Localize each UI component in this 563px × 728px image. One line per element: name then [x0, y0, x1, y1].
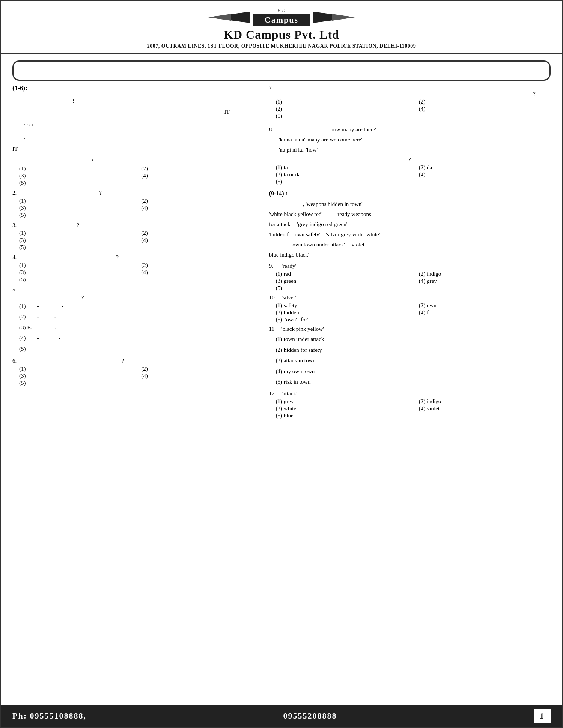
q9-opt5: (5) [276, 285, 551, 291]
q12-opt5: (5) blue [276, 413, 551, 419]
q6-opt5: (5) [19, 380, 252, 386]
q6-text: ? [33, 358, 124, 364]
q1-opt5: (5) [19, 180, 252, 186]
q10-word: 'silver' [282, 294, 296, 300]
q3-opt3: (3) [19, 237, 130, 243]
q2-num: 2. [12, 190, 17, 196]
q7-question-mark: ? [269, 91, 536, 97]
q6-opt2: (2) [141, 366, 252, 372]
q3-opt1: (1) [19, 230, 130, 236]
left-wing-icon [208, 10, 253, 24]
q5-opt1: (1) - - [19, 301, 252, 312]
it-top-label: IT [12, 109, 230, 115]
passage-line-4: 'own town under attack' 'violet [269, 242, 364, 248]
q3-text: ? [33, 222, 79, 228]
q10-opt2: (2) own [419, 302, 551, 309]
q11-opt4: (4) my own town [276, 366, 551, 377]
q6-opt1: (1) [19, 366, 130, 372]
q5-text: ? [24, 294, 252, 301]
passage-line-0: , 'weapons hidden in town' [269, 201, 363, 207]
page: K D Campus KD Campus Pvt. Ltd 2007, OUTR… [0, 0, 563, 728]
question-9: 9. 'ready' (1) red (2) indigo (3) green … [269, 263, 551, 291]
question-6: 6. ? (1) (2) (3) (4) (5) [12, 358, 252, 386]
q4-opt4: (4) [141, 269, 252, 276]
q8-line2: 'ka na ta da' 'many are welcome here' [279, 137, 362, 143]
content-area: (1-6): : IT , , , , , IT 1. [1, 84, 562, 422]
company-name: KD Campus Pvt. Ltd [9, 28, 554, 42]
q5-opt2: (2) - - [19, 311, 252, 322]
q8-opt2: (2) da [419, 164, 551, 171]
q3-opt4: (4) [141, 237, 252, 243]
direction-colon: : [12, 95, 252, 107]
question-5: 5. ? (1) - - (2) - - (3) F- - [12, 287, 252, 354]
kd-script: K D [278, 8, 285, 14]
q12-word: 'attack' [282, 390, 297, 396]
q9-word: 'ready' [282, 263, 296, 269]
q5-opt4: (4) - - [19, 333, 252, 344]
footer-page-number: 1 [534, 709, 551, 723]
q3-opt5: (5) [19, 244, 252, 251]
q7-opt5: (5) [276, 113, 551, 119]
section-914-label: (9-14) : [269, 190, 551, 197]
q3-num: 3. [12, 222, 17, 228]
left-column: (1-6): : IT , , , , , IT 1. [12, 84, 260, 422]
q2-opt1: (1) [19, 198, 130, 204]
q3-options: (1) (2) (3) (4) [19, 230, 252, 243]
q7-options: (1) (2) (2) (4) [276, 99, 551, 112]
q12-opt1: (1) grey [276, 398, 408, 405]
q2-opt3: (3) [19, 205, 130, 211]
q4-text: ? [33, 254, 119, 260]
q4-options: (1) (2) (3) (4) [19, 262, 252, 276]
q8-question: ? [269, 156, 551, 163]
q1-options: (1) (2) (3) (4) [19, 165, 252, 179]
q4-num: 4. [12, 254, 17, 260]
q2-options: (1) (2) (3) (4) [19, 198, 252, 211]
q8-opt3: (3) ta or da [276, 171, 408, 178]
q8-num: 8. [269, 126, 273, 132]
q7-opt3: (2) [276, 106, 408, 112]
q12-num: 12. [269, 390, 276, 396]
q8-opt5: (5) [276, 179, 551, 185]
passage-line-1: 'white black yellow red' 'ready weapons [269, 211, 371, 217]
header: K D Campus KD Campus Pvt. Ltd 2007, OUTR… [1, 1, 562, 54]
q2-opt2: (2) [141, 198, 252, 204]
q8-options: (1) ta (2) da (3) ta or da (4) [276, 164, 551, 178]
question-12: 12. 'attack' (1) grey (2) indigo (3) whi… [269, 390, 551, 419]
q2-text: ? [33, 190, 102, 196]
footer: Ph: 09555108888, 09555208888 1 [1, 705, 562, 727]
passage-914: , 'weapons hidden in town' 'white black … [269, 199, 551, 260]
q6-options: (1) (2) (3) (4) [19, 366, 252, 379]
q11-opt5: (5) risk in town [276, 377, 551, 387]
left-section-label: (1-6): [12, 84, 252, 92]
passage-line1: , , , , [24, 118, 252, 128]
passage-line-5: blue indigo black' [269, 252, 309, 258]
q12-opt4: (4) violet [419, 405, 551, 412]
q1-opt4: (4) [141, 173, 252, 179]
question-7: 7. ? (1) (2) (2) (4) (5) [269, 84, 551, 119]
question-11: 11. 'black pink yellow' (1) town under a… [269, 326, 551, 387]
q8-line3: 'na pi ni ka' 'how' [279, 147, 318, 153]
question-3: 3. ? (1) (2) (3) (4) (5) [12, 222, 252, 251]
q11-opt2: (2) hidden for safety [276, 345, 551, 356]
question-4: 4. ? (1) (2) (3) (4) (5) [12, 254, 252, 283]
q1-opt3: (3) [19, 173, 130, 179]
question-1: 1. ? (1) (2) (3) (4) (5) [12, 158, 252, 186]
logo-banner: K D Campus [208, 8, 355, 26]
footer-phone1: Ph: 09555108888, [12, 711, 86, 721]
q1-text: ? [33, 158, 93, 164]
question-8: 8. 'how many are there' 'ka na ta da' 'm… [269, 125, 551, 185]
svg-marker-3 [332, 14, 355, 21]
question-10: 10. 'silver' (1) safety (2) own (3) hidd… [269, 294, 551, 323]
q6-opt3: (3) [19, 373, 130, 379]
q9-opt3: (3) green [276, 278, 408, 284]
q6-opt4: (4) [141, 373, 252, 379]
q1-num: 1. [12, 158, 17, 164]
q1-opt1: (1) [19, 165, 130, 172]
q8-passage-text: 'how many are there' [330, 126, 376, 132]
q5-opt5: (5) [19, 344, 252, 354]
q10-opt5: (5) 'own' 'for' [276, 317, 551, 323]
q11-opt1: (1) town under attack [276, 334, 551, 345]
q11-options: (1) town under attack (2) hidden for saf… [276, 334, 551, 387]
q3-opt2: (2) [141, 230, 252, 236]
q5-opt3: (3) F- - [19, 322, 252, 333]
